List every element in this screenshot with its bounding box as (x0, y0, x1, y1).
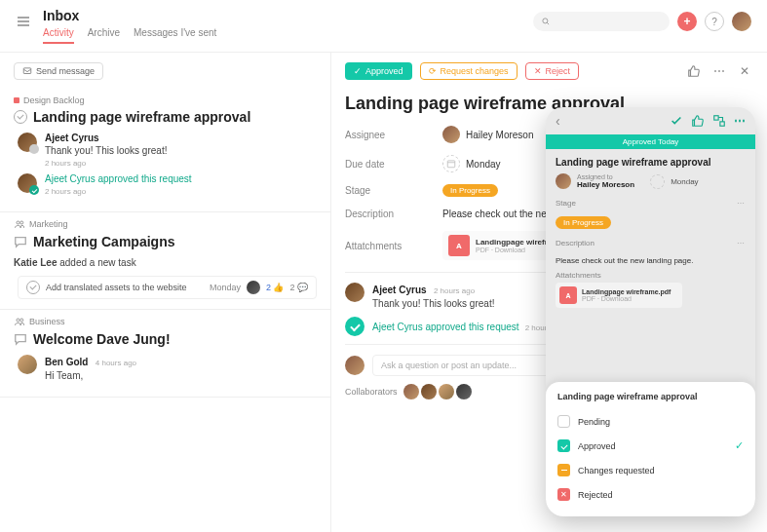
comment-text: Hi Team, (45, 370, 317, 381)
avatar (345, 283, 364, 302)
comment-time: 2 hours ago (434, 286, 475, 295)
assigned-label: Assigned to (577, 173, 634, 180)
tabs: Activity Archive Messages I've sent (43, 27, 521, 44)
avatar[interactable] (421, 384, 437, 399)
comment-text: Thank you! This looks great! (45, 145, 317, 156)
svg-rect-13 (720, 122, 724, 126)
approved-banner: Approved Today (546, 134, 755, 149)
due-date[interactable]: Monday (466, 159, 501, 170)
more-icon[interactable]: ⋯ (734, 114, 746, 128)
like-count: 2 👍 (266, 283, 285, 292)
more-icon[interactable]: ⋯ (737, 239, 746, 247)
tab-activity[interactable]: Activity (43, 27, 74, 44)
add-button[interactable]: + (677, 12, 697, 31)
attachment-sub: PDF · Download (582, 295, 671, 302)
task-check-icon (26, 281, 40, 294)
option-rejected[interactable]: Rejected (557, 482, 744, 507)
svg-point-8 (17, 319, 19, 322)
approved-button[interactable]: ✓ Approved (345, 62, 412, 80)
sheet-title: Landing page wireframe approval (557, 392, 744, 401)
user-avatar[interactable] (732, 12, 751, 31)
inbox-item-marketing[interactable]: Marketing Marketing Campaigns Katie Lee … (0, 212, 330, 310)
avatar (18, 133, 37, 152)
pdf-icon: A (448, 235, 470, 256)
more-icon[interactable]: ⋯ (737, 199, 746, 208)
status-sheet: Landing page wireframe approval Pending … (546, 382, 755, 516)
description-label: Description (556, 239, 594, 247)
stage-label: Stage (556, 199, 576, 208)
search-input[interactable] (533, 12, 670, 31)
people-icon (14, 218, 25, 230)
like-icon[interactable] (691, 114, 705, 128)
task-title: Landing page wireframe approval (33, 109, 250, 125)
subtask-chip[interactable]: Add translated assets to the website Mon… (18, 276, 317, 299)
approved-check-icon (345, 317, 364, 336)
option-changes[interactable]: Changes requested (557, 458, 744, 482)
comment-author: Ajeet Cyrus (45, 133, 317, 143)
stage-pill[interactable]: In Progress (556, 216, 611, 229)
avatar[interactable] (403, 384, 419, 399)
send-message-button[interactable]: Send message (14, 62, 103, 80)
pdf-icon: A (559, 286, 577, 304)
back-icon[interactable]: ‹ (556, 113, 560, 129)
avatar[interactable] (439, 384, 454, 399)
comment-time: 4 hours ago (96, 359, 136, 367)
avatar (442, 126, 460, 143)
option-pending[interactable]: Pending (557, 409, 744, 434)
avatar (18, 355, 37, 374)
close-icon[interactable]: ✕ (736, 62, 753, 80)
action-text: added a new task (59, 257, 135, 268)
svg-point-9 (20, 319, 23, 322)
assignee-label: Assignee (345, 130, 442, 140)
assignee-name: Hailey Moreson (577, 180, 634, 189)
option-approved[interactable]: Approved✓ (557, 434, 744, 458)
page-title: Inbox (43, 8, 521, 23)
description-label: Description (345, 209, 442, 219)
comment-author: Ben Gold (45, 357, 88, 367)
send-message-label: Send message (36, 66, 95, 76)
project-color-icon (14, 97, 19, 103)
due-date: Monday (671, 177, 698, 186)
project-label: Business (29, 317, 65, 326)
request-changes-button[interactable]: ⟳ Request changes (420, 62, 518, 80)
menu-icon[interactable] (16, 14, 31, 29)
reject-button[interactable]: ✕ Reject (525, 62, 580, 80)
inbox-item-backlog[interactable]: Design Backlog Landing page wireframe ap… (0, 90, 330, 212)
avatar (345, 356, 364, 375)
svg-point-3 (543, 19, 548, 23)
avatar (247, 281, 260, 294)
svg-rect-5 (23, 68, 31, 74)
assignee-name[interactable]: Hailey Moreson (466, 130, 533, 140)
project-label: Design Backlog (23, 95, 85, 105)
attachments-label: Attatchments (556, 271, 746, 280)
attachment-name: Landingpage wireframe.pdf (582, 288, 671, 295)
conversation-icon (14, 332, 27, 346)
mobile-preview: ‹ ⋯ Approved Today Landing page wirefram… (546, 107, 755, 516)
comment-count: 2 💬 (289, 283, 308, 292)
more-icon[interactable]: ⋯ (710, 62, 728, 80)
stage-pill[interactable]: In Progress (442, 184, 498, 197)
comment-time: 2 hours ago (45, 159, 317, 168)
check-icon[interactable] (670, 114, 683, 128)
svg-point-7 (20, 221, 23, 224)
task-title: Welcome Dave Jung! (33, 331, 171, 347)
attachment-pdf[interactable]: ALandingpage wireframe.pdfPDF · Download (556, 283, 682, 308)
mobile-title: Landing page wireframe approval (556, 157, 746, 168)
help-button[interactable]: ? (705, 12, 724, 31)
stage-label: Stage (345, 185, 442, 196)
due-label: Due date (345, 159, 442, 170)
avatar (18, 173, 37, 193)
subtask-title: Add translated assets to the website (46, 283, 187, 292)
svg-rect-12 (714, 116, 718, 120)
like-icon[interactable] (685, 62, 703, 80)
avatar[interactable] (456, 384, 472, 399)
people-icon (14, 316, 25, 327)
tab-messages-sent[interactable]: Messages I've sent (134, 27, 216, 44)
task-title: Marketing Campaigns (33, 234, 174, 249)
selected-check-icon: ✓ (735, 439, 744, 452)
tab-archive[interactable]: Archive (88, 27, 120, 44)
collaborators-label: Collaborators (345, 387, 398, 397)
inbox-item-business[interactable]: Business Welcome Dave Jung! Ben Gold 4 h… (0, 310, 330, 398)
subtask-icon[interactable] (712, 114, 726, 128)
calendar-icon (442, 155, 460, 172)
